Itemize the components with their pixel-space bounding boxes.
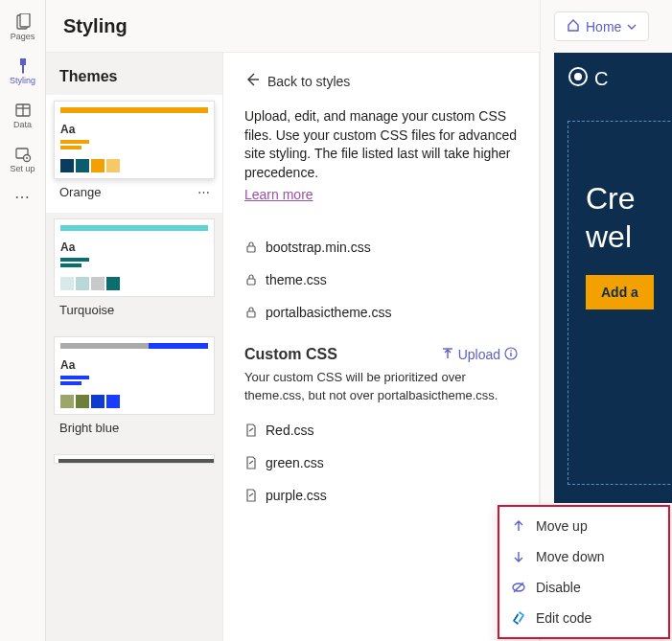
left-nav: Pages Styling Data Set up ⋯ — [0, 0, 46, 641]
theme-line — [60, 140, 89, 144]
arrow-left-icon — [244, 72, 260, 90]
menu-label: Move up — [536, 518, 588, 534]
theme-card-wrap: Aa Bright blue — [46, 331, 222, 448]
custom-css-header: Custom CSS Upload — [244, 346, 518, 363]
theme-card-turquoise[interactable]: Aa — [54, 218, 215, 297]
nav-label: Styling — [10, 76, 35, 85]
info-icon[interactable] — [504, 347, 518, 363]
nav-label: Pages — [11, 32, 35, 41]
theme-name: Bright blue — [59, 421, 119, 435]
lock-icon — [244, 273, 258, 286]
custom-css-title: Custom CSS — [244, 346, 337, 363]
brush-icon — [13, 57, 33, 76]
lock-icon — [244, 306, 258, 319]
styles-column: Back to styles Upload, edit, and manage … — [223, 53, 540, 641]
disable-icon — [511, 580, 526, 595]
file-name: purple.css — [266, 488, 327, 503]
preview-hero: C Crewel Add a — [554, 53, 672, 503]
theme-line — [60, 376, 89, 379]
preview-toolbar: Home — [541, 0, 672, 53]
preview-hero-box[interactable]: Crewel Add a — [568, 121, 672, 485]
file-icon — [244, 489, 258, 502]
theme-topbar — [58, 459, 215, 464]
custom-file-row[interactable]: green.css — [244, 446, 518, 479]
nav-pages[interactable]: Pages — [2, 6, 44, 48]
theme-label-row: Bright blue — [54, 415, 215, 448]
svg-point-18 — [574, 73, 582, 80]
theme-name: Orange — [59, 185, 101, 199]
menu-move-up[interactable]: Move up — [499, 511, 668, 541]
file-icon — [244, 456, 258, 469]
nav-more[interactable]: ⋯ — [14, 188, 31, 206]
theme-swatches — [60, 277, 208, 290]
hero-cta-button[interactable]: Add a — [586, 275, 654, 309]
file-name: bootstrap.min.css — [266, 240, 371, 255]
custom-file-row[interactable]: purple.css — [244, 479, 518, 512]
home-icon — [567, 18, 580, 34]
theme-line — [60, 146, 81, 149]
chevron-down-icon — [627, 19, 637, 34]
menu-label: Edit code — [536, 610, 591, 626]
theme-topbar — [60, 225, 208, 231]
learn-more-link[interactable]: Learn more — [244, 187, 313, 202]
arrow-up-icon — [511, 518, 526, 534]
menu-label: Disable — [536, 580, 581, 595]
menu-label: Move down — [536, 549, 605, 564]
lock-icon — [244, 240, 258, 254]
theme-topbar — [60, 343, 208, 349]
hero-headline: Crewel — [586, 179, 672, 256]
upload-button[interactable]: Upload — [441, 347, 518, 363]
theme-sample-text: Aa — [60, 358, 208, 372]
styles-description: Upload, edit, and manage your custom CSS… — [244, 107, 518, 182]
context-menu: Move up Move down Disable Edit code — [498, 505, 670, 639]
upload-label: Upload — [458, 347, 500, 362]
file-name: portalbasictheme.css — [266, 305, 392, 320]
svg-rect-11 — [247, 279, 255, 285]
theme-card-wrap: Aa Orange ⋯ — [46, 95, 222, 213]
code-icon — [511, 610, 526, 626]
preview-logo: C — [554, 66, 672, 121]
base-file-row[interactable]: bootstrap.min.css — [244, 231, 518, 263]
menu-disable[interactable]: Disable — [499, 572, 668, 603]
themes-title: Themes — [46, 53, 222, 95]
base-file-row[interactable]: portalbasictheme.css — [244, 296, 518, 329]
upload-icon — [441, 347, 454, 363]
nav-setup[interactable]: Set up — [2, 138, 44, 180]
table-icon — [13, 101, 33, 120]
breadcrumb-label: Home — [586, 19, 621, 34]
file-icon — [244, 424, 258, 437]
theme-more-icon[interactable]: ⋯ — [197, 185, 211, 199]
menu-edit-code[interactable]: Edit code — [499, 603, 668, 633]
setup-icon — [13, 145, 33, 164]
theme-card-partial[interactable] — [54, 454, 215, 464]
svg-point-16 — [510, 350, 512, 352]
theme-swatches — [60, 159, 208, 172]
nav-styling[interactable]: Styling — [2, 50, 44, 92]
theme-name: Turquoise — [59, 303, 114, 317]
theme-card-brightblue[interactable]: Aa — [54, 336, 215, 415]
back-label: Back to styles — [267, 74, 350, 89]
pages-icon — [13, 12, 33, 32]
theme-topbar — [60, 107, 208, 113]
custom-file-row[interactable]: Red.css — [244, 414, 518, 446]
theme-card-orange[interactable]: Aa — [54, 101, 215, 179]
page-title: Styling — [63, 15, 127, 37]
custom-css-note: Your custom CSS will be prioritized over… — [244, 369, 518, 403]
theme-sample-text: Aa — [60, 123, 208, 136]
arrow-down-icon — [511, 549, 526, 564]
svg-rect-12 — [247, 311, 255, 317]
theme-swatches — [60, 395, 208, 408]
back-to-styles[interactable]: Back to styles — [244, 72, 518, 90]
file-name: Red.css — [266, 423, 314, 438]
theme-line — [60, 381, 81, 385]
file-name: theme.css — [266, 272, 327, 287]
nav-data[interactable]: Data — [2, 94, 44, 136]
svg-rect-1 — [20, 13, 30, 27]
base-file-row[interactable]: theme.css — [244, 263, 518, 296]
theme-label-row: Orange ⋯ — [54, 179, 215, 213]
breadcrumb-home[interactable]: Home — [554, 11, 649, 41]
menu-move-down[interactable]: Move down — [499, 541, 668, 572]
theme-card-wrap — [46, 448, 222, 464]
theme-line — [60, 263, 81, 267]
svg-point-7 — [26, 157, 28, 159]
